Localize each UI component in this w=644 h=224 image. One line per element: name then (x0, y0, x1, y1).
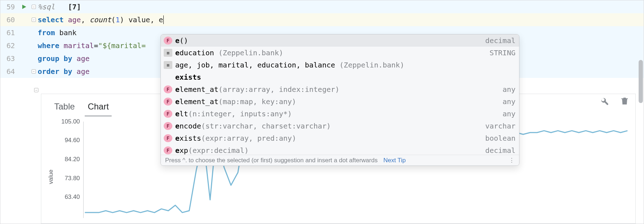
completion-item[interactable]: Felement_at(map:map, key:any)any (161, 95, 519, 108)
completion-hint-bar: Press ^. to choose the selected (or firs… (161, 155, 519, 165)
svg-text:94.60: 94.60 (65, 137, 80, 144)
completion-popup: Fe()decimal▦education (Zeppelin.bank)STR… (160, 34, 519, 166)
line-number: 62 (0, 41, 18, 50)
function-icon: F (164, 122, 172, 130)
completion-item-type: decimal (481, 146, 515, 155)
vertical-scrollbar-thumb[interactable] (639, 60, 643, 103)
output-toolbar (599, 96, 629, 107)
completion-hint-text: Press ^. to choose the selected (or firs… (165, 157, 378, 164)
completion-item[interactable]: Fexists(expr:array, pred:any)boolean (161, 132, 519, 144)
completion-item-text: e() (175, 36, 478, 45)
completion-item[interactable]: Felement_at(array:array, index:integer)a… (161, 83, 519, 95)
function-icon: F (164, 98, 172, 106)
tab-chart[interactable]: Chart (88, 102, 109, 112)
svg-marker-0 (22, 5, 26, 9)
completion-item[interactable]: Felt(n:integer, inputs:any*)any (161, 108, 519, 120)
completion-item[interactable]: exists (161, 71, 519, 83)
code-row-60[interactable]: 60 − select age, count(1) value, e (0, 13, 644, 26)
completion-item-type: any (498, 97, 515, 106)
fold-output-marker[interactable]: − (34, 88, 38, 92)
completion-item[interactable]: ▦education (Zeppelin.bank)STRING (161, 47, 519, 59)
completion-item-type: varchar (481, 122, 515, 130)
svg-text:73.80: 73.80 (65, 175, 80, 182)
cell-header-line: %sql [7] (37, 3, 644, 11)
completion-item-text: element_at(map:map, key:any) (175, 97, 495, 106)
column-icon: ▦ (164, 61, 172, 69)
completion-item-text: encode(str:varchar, charset:varchar) (175, 122, 478, 130)
fold-region-start[interactable]: − (31, 5, 37, 9)
trash-icon[interactable] (620, 96, 629, 107)
function-icon: F (164, 85, 172, 93)
completion-item-type: decimal (481, 36, 515, 45)
svg-text:84.20: 84.20 (65, 156, 80, 163)
completion-item-type: boolean (481, 134, 515, 143)
caret: e (159, 15, 164, 24)
svg-text:105.00: 105.00 (61, 118, 80, 125)
fold-region-end[interactable]: − (31, 69, 37, 74)
wrench-icon[interactable] (599, 96, 609, 107)
completion-item-text: exists (175, 73, 515, 81)
fold-region-start[interactable]: − (31, 18, 37, 22)
code-line[interactable]: select age, count(1) value, e (37, 15, 644, 24)
completion-item-text: exp(expr:decimal) (175, 146, 478, 155)
code-row-59[interactable]: 59 − %sql [7] (0, 0, 644, 13)
svg-text:value: value (47, 169, 54, 184)
completion-list[interactable]: Fe()decimal▦education (Zeppelin.bank)STR… (161, 34, 519, 157)
tab-table[interactable]: Table (54, 102, 75, 112)
next-tip-link[interactable]: Next Tip (383, 157, 406, 164)
line-number: 61 (0, 28, 18, 37)
line-number: 59 (0, 3, 18, 11)
function-icon: F (164, 37, 172, 45)
more-icon[interactable]: ⋮ (509, 157, 515, 164)
function-icon: F (164, 146, 172, 154)
completion-item-text: elt(n:integer, inputs:any*) (175, 109, 495, 118)
completion-item-text: education (Zeppelin.bank) (175, 48, 482, 57)
completion-item-text: exists(expr:array, pred:any) (175, 134, 478, 143)
line-number: 63 (0, 54, 18, 63)
blank-icon (164, 73, 172, 81)
function-icon: F (164, 110, 172, 118)
function-icon: F (164, 134, 172, 142)
svg-text:63.40: 63.40 (65, 194, 80, 201)
run-cell-icon[interactable] (18, 4, 31, 10)
completion-item[interactable]: Fe()decimal (161, 34, 519, 47)
completion-item-text: age, job, marital, education, balance (Z… (175, 61, 515, 69)
line-number: 60 (0, 15, 18, 24)
column-icon: ▦ (164, 49, 172, 57)
completion-item[interactable]: ▦age, job, marital, education, balance (… (161, 59, 519, 71)
completion-item-type: any (498, 85, 515, 94)
completion-item-type: STRING (485, 48, 515, 57)
completion-item-type: any (498, 109, 515, 118)
completion-item[interactable]: Fencode(str:varchar, charset:varchar)var… (161, 120, 519, 132)
completion-item-text: element_at(array:array, index:integer) (175, 85, 495, 94)
line-number: 64 (0, 67, 18, 76)
